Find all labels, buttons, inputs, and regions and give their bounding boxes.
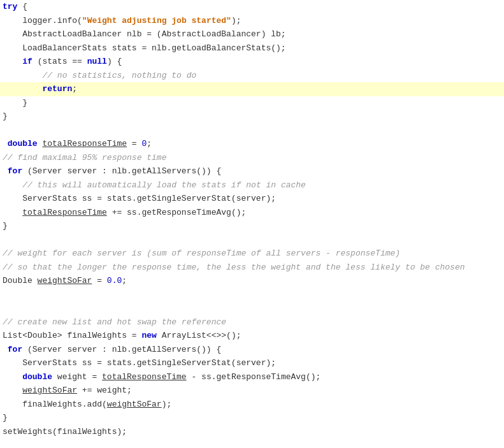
token: } [3, 112, 8, 121]
line-content: return; [0, 83, 77, 96]
code-line: // this will automatically load the stat… [0, 178, 504, 192]
line-content: ServerStats ss = stats.getSingleServerSt… [0, 357, 276, 370]
token: ServerStats ss = stats.getSingleServerSt… [3, 194, 276, 203]
code-line: totalResponseTime += ss.getResponseTimeA… [0, 206, 504, 220]
line-content [0, 234, 8, 247]
line-content [0, 302, 8, 315]
token: double [22, 372, 52, 382]
line-content: logger.info("Weight adjusting job starte… [0, 15, 241, 27]
code-line: Double weightSoFar = 0.0; [0, 274, 504, 288]
line-content: // find maximal 95% response time [0, 152, 166, 164]
token: ; [147, 139, 152, 148]
token: info( [57, 16, 82, 25]
code-line [0, 233, 504, 247]
code-line: } [0, 96, 504, 110]
line-content: for (Server server : nlb.getAllServers()… [0, 343, 221, 356]
token: += weight; [77, 386, 132, 395]
token: new [141, 331, 156, 340]
token: } [3, 221, 8, 231]
token: = [127, 139, 141, 148]
code-container: try { logger.info("Weight adjusting job … [0, 0, 504, 438]
line-content: // so that the longer the response time,… [0, 261, 465, 274]
token: if [22, 57, 32, 66]
code-line: try { [0, 0, 504, 14]
token [3, 208, 22, 217]
token: Double [3, 276, 38, 285]
token: AbstractLoadBalancer nlb = (AbstractLoad… [3, 29, 286, 39]
token: return [42, 84, 72, 94]
code-line: } [0, 411, 504, 425]
code-line: // no statistics, nothing to do [0, 69, 504, 83]
token: List<Double> finalWeights = [3, 331, 141, 340]
line-content [0, 289, 8, 301]
token: // this will automatically load the stat… [22, 180, 306, 190]
line-content: List<Double> finalWeights = new ArrayLis… [0, 329, 241, 342]
token: ; [122, 276, 127, 285]
token [3, 372, 22, 382]
token: for [8, 345, 22, 354]
code-line [0, 288, 504, 302]
line-content: double weight = totalResponseTime - ss.g… [0, 371, 320, 384]
line-content: LoadBalancerStats stats = nlb.getLoadBal… [0, 42, 286, 55]
token [3, 71, 42, 80]
token [3, 16, 22, 25]
token: ) { [107, 57, 122, 66]
token: = [92, 276, 106, 285]
line-content: } [0, 97, 27, 110]
token: (Server server : nlb.getAllServers()) { [22, 345, 221, 354]
code-line: return; [0, 82, 504, 96]
line-content: if (stats == null) { [0, 55, 122, 68]
token: weightSoFar [22, 386, 77, 395]
token: setWeights(finalWeights); [3, 427, 127, 437]
token: - ss.getResponseTimeAvg(); [187, 372, 321, 382]
code-line: finalWeights.add(weightSoFar); [0, 398, 504, 412]
token: ); [231, 16, 241, 25]
code-line: } [0, 219, 504, 233]
token: (stats == [32, 57, 87, 66]
line-content: AbstractLoadBalancer nlb = (AbstractLoad… [0, 28, 286, 41]
line-content: } [0, 220, 8, 233]
token: >(); [221, 331, 241, 340]
token [3, 386, 22, 395]
token: // find maximal 95% response time [3, 153, 166, 163]
token: <> [212, 331, 222, 340]
code-line: logger.info("Weight adjusting job starte… [0, 14, 504, 28]
line-content [0, 124, 8, 137]
code-line [0, 301, 504, 315]
token: totalResponseTime [22, 208, 107, 217]
token: ; [72, 84, 77, 94]
code-line: weightSoFar += weight; [0, 384, 504, 398]
line-content: Double weightSoFar = 0.0; [0, 275, 127, 287]
code-line: ServerStats ss = stats.getSingleServerSt… [0, 192, 504, 206]
line-content: finalWeights.add(weightSoFar); [0, 398, 171, 411]
token: weight = [52, 372, 102, 382]
token: try [3, 2, 17, 11]
token: null [87, 57, 107, 66]
code-line: ServerStats ss = stats.getSingleServerSt… [0, 356, 504, 370]
token: } [3, 98, 27, 108]
token: // no statistics, nothing to do [42, 71, 196, 80]
line-content: // this will automatically load the stat… [0, 179, 306, 192]
line-content: } [0, 412, 8, 424]
line-content: } [0, 110, 8, 123]
line-content: totalResponseTime += ss.getResponseTimeA… [0, 206, 246, 219]
code-line: AbstractLoadBalancer nlb = (AbstractLoad… [0, 27, 504, 41]
token: weightSoFar [107, 400, 162, 409]
code-line: // so that the longer the response time,… [0, 261, 504, 275]
token: totalResponseTime [42, 139, 127, 148]
line-content: // create new list and hot swap the refe… [0, 316, 226, 329]
code-line: double totalResponseTime = 0; [0, 137, 504, 151]
token: "Weight adjusting job started" [82, 16, 231, 25]
line-content: // no statistics, nothing to do [0, 69, 196, 82]
token: { [17, 2, 27, 11]
code-line: LoadBalancerStats stats = nlb.getLoadBal… [0, 41, 504, 55]
token: (Server server : nlb.getAllServers()) { [22, 166, 221, 176]
code-line: for (Server server : nlb.getAllServers()… [0, 343, 504, 357]
code-line: double weight = totalResponseTime - ss.g… [0, 370, 504, 384]
line-content: double totalResponseTime = 0; [0, 138, 152, 150]
token: . [52, 16, 57, 25]
token [3, 180, 22, 190]
code-line: // weight for each server is (sum of res… [0, 247, 504, 261]
line-content: setWeights(finalWeights); [0, 426, 127, 438]
code-line: // find maximal 95% response time [0, 151, 504, 165]
